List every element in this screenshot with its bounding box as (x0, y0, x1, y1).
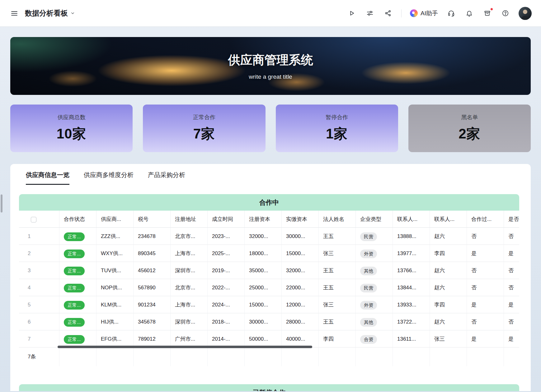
stat-value: 1家 (326, 125, 348, 143)
table-cell: 正常... (59, 313, 96, 330)
table-cell: EFG供... (96, 330, 134, 348)
checkbox-header-cell (19, 211, 59, 228)
table-row[interactable]: 1 正常... ZZZ供... 234678 北京市... 2023-... 3… (19, 228, 519, 245)
tab-supplier-info[interactable]: 供应商信息一览 (26, 171, 69, 185)
company-type-badge: 合资 (360, 335, 377, 344)
table-cell: TUV供... (96, 262, 134, 279)
table-cell: 民营 (356, 279, 393, 296)
table-cell: 否 (467, 262, 504, 279)
present-button[interactable] (347, 8, 357, 18)
table-cell: NOP供... (96, 279, 134, 296)
row-index: 2 (19, 245, 59, 262)
cooperating-table-header: 合作中 (19, 194, 519, 211)
table-row[interactable]: 2 正常... WXY供... 890345 上海市... 2025-... 1… (19, 245, 519, 262)
table-cell: 13766... (393, 262, 430, 279)
table-cell (208, 348, 245, 366)
column-header: 企业类型 (356, 211, 393, 228)
user-avatar[interactable] (519, 7, 532, 20)
table-cell: 13722... (393, 313, 430, 330)
table-cell: 其他 (356, 313, 393, 330)
table-row[interactable]: 5 正常... KLM供... 901234 上海市... 2024-... 1… (19, 296, 519, 313)
paused-table-header: 已暂停合作 (19, 384, 519, 391)
stat-card-paused-cooperation: 暂停合作 1家 (276, 105, 398, 152)
column-header: 联系人... (393, 211, 430, 228)
row-index: 1 (19, 228, 59, 245)
table-cell: 30000... (282, 228, 319, 245)
table-cell: 789012 (134, 330, 171, 348)
table-cell: 否 (504, 313, 519, 330)
column-header: 是否参... (504, 211, 519, 228)
table-cell: 2024-... (208, 296, 245, 313)
table-cell (467, 348, 504, 366)
status-badge: 正常... (64, 284, 85, 292)
menu-button[interactable] (9, 8, 19, 18)
row-index: 5 (19, 296, 59, 313)
hamburger-icon (11, 10, 18, 17)
support-button[interactable] (446, 8, 456, 18)
table-cell: 否 (467, 228, 504, 245)
table-cell: 否 (504, 262, 519, 279)
select-all-checkbox[interactable] (31, 217, 36, 222)
row-index: 7 (19, 330, 59, 348)
table-cell (356, 348, 393, 366)
stat-card-total-suppliers: 供应商总数 10家 (10, 105, 133, 152)
ai-assistant-button[interactable]: AI助手 (410, 9, 438, 17)
table-cell: 2014-... (208, 330, 245, 348)
ai-assistant-icon (410, 9, 418, 17)
topbar-divider (401, 9, 402, 17)
column-header: 合作状态 (59, 211, 96, 228)
table-cell: 正常... (59, 330, 96, 348)
stat-cards-row: 供应商总数 10家 正常合作 7家 暂停合作 1家 黑名单 2家 (10, 105, 531, 152)
page-scrollbar[interactable] (1, 194, 2, 212)
chevron-down-icon (70, 11, 75, 16)
column-header: 法人姓名 (319, 211, 356, 228)
share-button[interactable] (383, 8, 393, 18)
table-cell: 18000... (245, 245, 282, 262)
stat-label: 暂停合作 (326, 114, 348, 121)
tab-procurement-analysis[interactable]: 产品采购分析 (148, 171, 185, 185)
table-row[interactable]: 6 正常... HIJ供... 345678 深圳市... 2018-... 3… (19, 313, 519, 330)
content-card: 供应商信息一览 供应商多维度分析 产品采购分析 合作中 合作状态 供应商... … (10, 164, 531, 391)
help-button[interactable] (501, 8, 510, 18)
table-cell: 456012 (134, 262, 171, 279)
column-header: 税号 (134, 211, 171, 228)
status-badge: 正常... (64, 318, 85, 327)
stat-value: 2家 (459, 125, 480, 143)
table-cell: 25000... (245, 279, 282, 296)
table-cell (134, 348, 171, 366)
system-subtitle: write a great title (249, 73, 292, 80)
table-cell: 北京市... (171, 228, 208, 245)
table-cell: 王五 (319, 313, 356, 330)
table-cell: 正常... (59, 228, 96, 245)
table-cell: 是 (504, 245, 519, 262)
table-cell: 15000... (282, 245, 319, 262)
stat-card-blacklist: 黑名单 2家 (408, 105, 531, 152)
status-badge: 正常... (64, 267, 85, 275)
table-row[interactable]: 4 正常... NOP供... 567890 北京市... 2022-... 2… (19, 279, 519, 296)
table-cell: 其他 (356, 262, 393, 279)
table-cell: ZZZ供... (96, 228, 134, 245)
table-cell: 合资 (356, 330, 393, 348)
page-title: 数据分析看板 (25, 8, 68, 18)
play-icon (348, 10, 355, 17)
stat-value: 10家 (57, 125, 87, 143)
stat-label: 供应商总数 (58, 114, 86, 121)
table-cell: 是 (504, 330, 519, 348)
table-cell (171, 348, 208, 366)
table-cell: 上海市... (171, 296, 208, 313)
table-cell (282, 348, 319, 366)
company-type-badge: 其他 (360, 267, 377, 275)
table-cell: 张三 (319, 245, 356, 262)
table-row[interactable]: 7 正常... EFG供... 789012 广州市... 2014-... 5… (19, 330, 519, 348)
notifications-button[interactable] (464, 8, 474, 18)
table-cell: 否 (504, 279, 519, 296)
tab-multidimensional-analysis[interactable]: 供应商多维度分析 (84, 171, 134, 185)
table-cell: 13933... (393, 296, 430, 313)
status-badge: 正常... (64, 250, 85, 258)
horizontal-scrollbar[interactable] (58, 346, 312, 348)
settings-button[interactable] (365, 8, 375, 18)
table-row[interactable]: 3 正常... TUV供... 456012 深圳市... 2019-... 3… (19, 262, 519, 279)
dashboard-title-dropdown[interactable]: 数据分析看板 (25, 8, 75, 18)
table-cell: 345678 (134, 313, 171, 330)
inbox-button[interactable] (482, 8, 492, 18)
